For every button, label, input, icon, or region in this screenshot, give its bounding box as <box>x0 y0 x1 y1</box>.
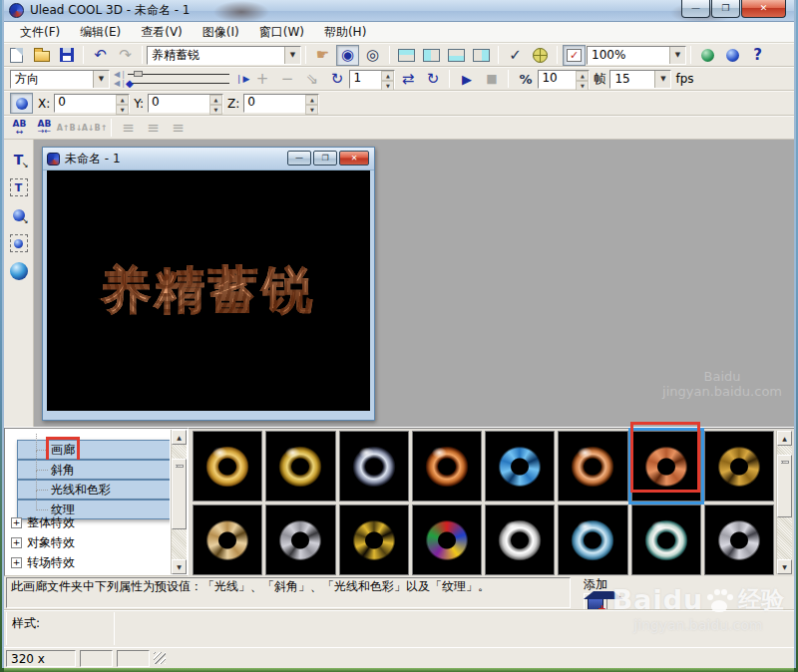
timeline-thumb[interactable] <box>134 71 143 77</box>
gallery-scrollbar[interactable]: ▲ ▼ <box>776 431 792 574</box>
spinner-buttons[interactable]: ▲▼ <box>576 71 589 88</box>
open-button[interactable] <box>30 45 53 66</box>
doc-close-button[interactable]: ✕ <box>339 151 369 166</box>
gallery-item-steel-holes-torus[interactable] <box>704 504 774 575</box>
panel-toggle-4[interactable] <box>470 45 493 66</box>
frame-rate-button[interactable]: % <box>514 69 537 90</box>
scroll-up-icon[interactable]: ▲ <box>172 430 187 445</box>
current-frame-spinner[interactable]: 1 ▲▼ <box>349 70 395 89</box>
keyframe-diamond-icon[interactable]: ◆ <box>126 78 134 89</box>
menu-view[interactable]: 查看(V) <box>131 22 193 43</box>
gallery-item-steel-slotted-torus[interactable] <box>265 504 335 575</box>
gallery-item-stained-glass-torus[interactable] <box>412 504 482 575</box>
x-spinner[interactable]: 0 ▲▼ <box>54 94 130 113</box>
dropdown-arrow-icon[interactable]: ▼ <box>669 47 685 64</box>
kerning-expand-button[interactable]: AB ↔ <box>8 118 31 139</box>
menu-window[interactable]: 窗口(W) <box>249 22 314 43</box>
spinner-buttons[interactable]: ▲▼ <box>381 71 394 88</box>
undo-button[interactable]: ↶ <box>89 45 112 66</box>
menu-edit[interactable]: 编辑(E) <box>70 22 131 43</box>
tree-expand-icon[interactable]: + <box>11 557 22 568</box>
close-button[interactable]: ✕ <box>741 0 786 18</box>
bounce-button[interactable]: ↻ <box>421 69 444 90</box>
remove-keyframe-button[interactable]: − <box>275 69 298 90</box>
new-button[interactable] <box>5 45 28 66</box>
panel-toggle-2[interactable] <box>420 45 443 66</box>
gallery-item-gold-carved-torus[interactable] <box>704 431 774 502</box>
gallery-item-chrome-dark-torus[interactable] <box>339 431 409 502</box>
preview-quality-button[interactable]: ✓ <box>504 45 527 66</box>
align-left-button[interactable]: ≡ <box>117 118 140 139</box>
edit-text-button[interactable]: T <box>7 175 31 199</box>
spinner-buttons[interactable]: ▲▼ <box>209 95 222 112</box>
menu-image[interactable]: 图像(I) <box>193 22 249 43</box>
play-button[interactable]: ▶ <box>455 69 478 90</box>
panel-toggle-3[interactable] <box>445 45 468 66</box>
leading-decrease-button[interactable]: A↓B↑ <box>83 118 106 139</box>
minimize-button[interactable]: — <box>681 0 710 18</box>
y-spinner[interactable]: 0 ▲▼ <box>148 94 223 113</box>
gallery-item-gold-smooth-torus[interactable] <box>193 431 262 502</box>
gallery-item-copper-shiny-torus[interactable] <box>412 431 482 502</box>
dropdown-arrow-icon[interactable]: ▼ <box>284 47 300 64</box>
scrollbar-thumb[interactable] <box>172 459 187 529</box>
tree-item-gallery[interactable]: 画廊 <box>17 440 170 460</box>
scroll-up-icon[interactable]: ▲ <box>777 431 792 446</box>
gallery-item-copper-ring-torus[interactable] <box>558 431 627 502</box>
repeat-button[interactable]: ⇄ <box>396 69 419 90</box>
redo-button[interactable]: ↷ <box>114 45 137 66</box>
scroll-down-icon[interactable]: ▼ <box>777 559 792 574</box>
reverse-button[interactable]: ⇘ <box>300 69 323 90</box>
spinner-buttons[interactable]: ▲▼ <box>116 95 129 112</box>
tree-scrollbar[interactable]: ▲ ▼ <box>171 430 187 574</box>
fps-combo[interactable]: 15 ▼ <box>609 70 671 89</box>
gallery-item-black-gold-torus[interactable] <box>339 504 409 575</box>
object-library-button[interactable] <box>7 259 31 283</box>
resize-grip[interactable] <box>154 652 166 664</box>
gallery-item-blue-bumpy-torus[interactable] <box>485 431 555 502</box>
gallery-item-brass-ring-torus[interactable] <box>265 431 335 502</box>
title-bar[interactable]: Ulead COOL 3D - 未命名 - 1 — ❐ ✕ <box>4 0 794 22</box>
rotate-tool-button[interactable]: ◉ <box>336 45 359 66</box>
export-web-button[interactable] <box>721 45 744 66</box>
gallery-item-blue-glass-torus[interactable] <box>558 504 627 575</box>
export-image-button[interactable] <box>696 45 719 66</box>
preset-combo[interactable]: 养精蓄锐 ▼ <box>147 46 301 65</box>
tree-item-object-effects[interactable]: +对象特效 <box>9 532 170 552</box>
tree-item-global-effects[interactable]: +整体特效 <box>9 512 170 532</box>
web-button[interactable] <box>529 45 552 66</box>
spinner-buttons[interactable]: ▲▼ <box>305 95 318 112</box>
scroll-down-icon[interactable]: ▼ <box>172 559 187 574</box>
rotate-mode-button[interactable] <box>10 93 33 114</box>
animation-mode-toggle[interactable]: ✓ <box>563 45 586 66</box>
insert-text-button[interactable]: T↘ <box>7 148 31 171</box>
attribute-mode-combo[interactable]: 方向 ▼ <box>10 70 110 89</box>
scrollbar-thumb[interactable] <box>777 455 792 517</box>
tree-item-bevel[interactable]: 斜角 <box>17 460 170 480</box>
insert-graphics-button[interactable]: ↘ <box>7 203 31 227</box>
loop-rotate-button[interactable]: ↻ <box>325 69 348 90</box>
slider-left2-icon[interactable]: ◀❘ <box>114 79 127 88</box>
3d-text-object[interactable]: 养精蓄锐 <box>101 257 316 324</box>
doc-minimize-button[interactable]: — <box>287 151 311 166</box>
gallery-item-pearl-teal-torus[interactable] <box>631 504 701 575</box>
kerning-condense-button[interactable]: AB →← <box>33 118 56 139</box>
save-button[interactable] <box>55 45 78 66</box>
render-canvas[interactable]: 养精蓄锐 <box>47 170 370 411</box>
context-help-button[interactable]: ? <box>746 45 769 66</box>
align-center-button[interactable]: ≡ <box>142 118 165 139</box>
doc-maximize-button[interactable]: ❐ <box>313 151 337 166</box>
dropdown-arrow-icon[interactable]: ▼ <box>93 71 109 88</box>
edit-object-button[interactable] <box>7 231 31 255</box>
document-window[interactable]: 未命名 - 1 — ❐ ✕ 养精蓄锐 <box>42 147 375 421</box>
dropdown-arrow-icon[interactable]: ▼ <box>654 71 670 88</box>
slider-right-icon[interactable]: ❘▶ <box>235 74 249 84</box>
orbit-tool-button[interactable]: ◎ <box>361 45 384 66</box>
add-keyframe-button[interactable]: + <box>250 69 273 90</box>
z-spinner[interactable]: 0 ▲▼ <box>243 94 319 113</box>
total-frames-spinner[interactable]: 10 ▲▼ <box>538 70 590 89</box>
zoom-combo[interactable]: 100% ▼ <box>587 46 686 65</box>
tree-expand-icon[interactable]: + <box>11 517 22 528</box>
document-title-bar[interactable]: 未命名 - 1 — ❐ ✕ <box>43 148 374 170</box>
align-right-button[interactable]: ≡ <box>167 118 190 139</box>
